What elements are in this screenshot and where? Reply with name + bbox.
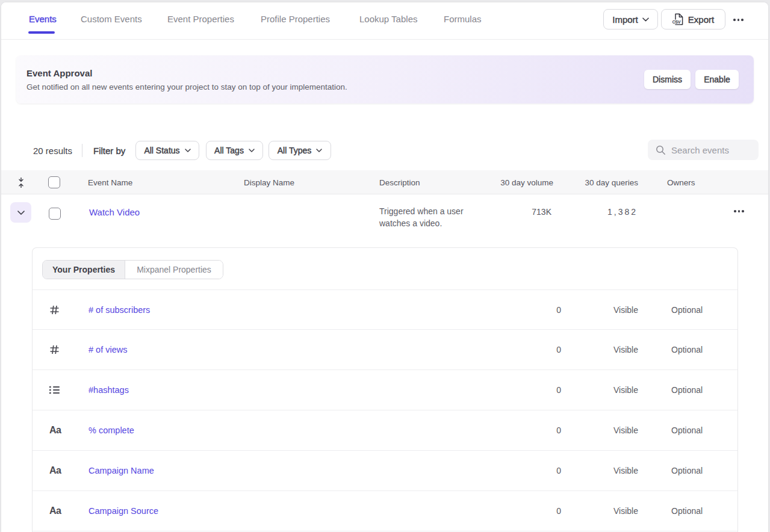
svg-text:CSV: CSV [672,19,681,25]
